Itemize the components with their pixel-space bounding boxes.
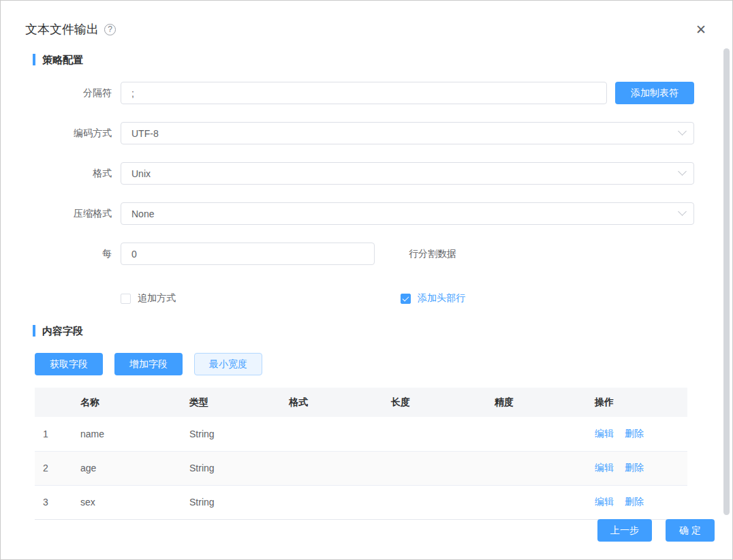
column-length: 长度 — [383, 388, 486, 417]
cell-name: age — [72, 451, 181, 485]
cell-type: String — [181, 485, 281, 519]
section-strategy-title: 策略配置 — [33, 54, 732, 65]
cell-format — [281, 485, 383, 519]
split-prefix-label: 每 — [35, 248, 112, 260]
cell-format — [281, 451, 383, 485]
close-icon[interactable]: ✕ — [696, 23, 706, 36]
min-width-button[interactable]: 最小宽度 — [194, 353, 262, 375]
chevron-down-icon — [678, 127, 687, 136]
cell-precision — [486, 451, 587, 485]
encoding-value: UTF-8 — [131, 128, 159, 139]
cell-name: name — [72, 417, 181, 451]
column-type: 类型 — [181, 388, 281, 417]
chevron-down-icon — [678, 207, 687, 216]
compression-label: 压缩格式 — [35, 208, 112, 220]
table-row: 3 sex String 编辑删除 — [35, 485, 687, 519]
encoding-select[interactable]: UTF-8 — [121, 122, 694, 144]
vertical-scrollbar[interactable] — [723, 48, 730, 515]
delete-link[interactable]: 删除 — [625, 428, 644, 439]
delete-link[interactable]: 删除 — [625, 496, 644, 507]
append-mode-label: 追加方式 — [138, 292, 176, 305]
add-field-button[interactable]: 增加字段 — [114, 353, 183, 375]
get-fields-button[interactable]: 获取字段 — [35, 353, 103, 375]
dialog-title: 文本文件输出 — [25, 21, 99, 37]
column-actions: 操作 — [587, 388, 687, 417]
cell-precision — [486, 417, 587, 451]
cell-name: sex — [72, 485, 181, 519]
cell-length — [383, 417, 486, 451]
cell-precision — [486, 485, 587, 519]
format-label: 格式 — [35, 168, 112, 180]
cell-length — [383, 451, 486, 485]
form-row-separator: 分隔符 添加制表符 — [35, 82, 732, 104]
compression-select[interactable]: None — [121, 202, 694, 225]
cell-type: String — [181, 417, 281, 451]
cell-type: String — [181, 451, 281, 485]
text-file-output-dialog: 文本文件输出 ? ✕ 策略配置 分隔符 添加制表符 编码方式 UTF-8 格式 … — [0, 0, 733, 560]
table-row: 2 age String 编辑删除 — [35, 451, 687, 485]
cell-format — [281, 417, 383, 451]
form-row-compression: 压缩格式 None — [35, 202, 732, 225]
column-precision: 精度 — [486, 388, 587, 417]
add-header-checkbox[interactable] — [401, 294, 411, 304]
split-rows-input[interactable] — [121, 243, 375, 265]
dialog-header: 文本文件输出 ? — [1, 1, 732, 37]
add-header-checkbox-group[interactable]: 添加头部行 — [401, 292, 465, 305]
cell-length — [383, 485, 486, 519]
format-select[interactable]: Unix — [121, 162, 694, 185]
edit-link[interactable]: 编辑 — [595, 496, 614, 507]
form-row-format: 格式 Unix — [35, 162, 732, 185]
form-row-split: 每 行分割数据 — [35, 243, 732, 265]
form-row-encoding: 编码方式 UTF-8 — [35, 122, 732, 144]
dialog-footer: 上一步 确 定 — [597, 519, 715, 542]
row-index: 2 — [35, 451, 72, 485]
chevron-down-icon — [678, 167, 687, 176]
fields-toolbar: 获取字段 增加字段 最小宽度 — [35, 353, 732, 375]
fields-table: 名称 类型 格式 长度 精度 操作 1 name String 编辑删除 2 a… — [35, 388, 687, 520]
confirm-button[interactable]: 确 定 — [666, 519, 715, 542]
separator-input[interactable] — [121, 82, 607, 104]
delete-link[interactable]: 删除 — [625, 462, 644, 473]
table-row: 1 name String 编辑删除 — [35, 417, 687, 451]
help-icon[interactable]: ? — [104, 24, 116, 35]
format-value: Unix — [131, 168, 151, 179]
separator-label: 分隔符 — [35, 87, 112, 99]
append-mode-checkbox[interactable] — [121, 294, 131, 304]
table-header-row: 名称 类型 格式 长度 精度 操作 — [35, 388, 687, 417]
row-index: 1 — [35, 417, 72, 451]
add-tab-button[interactable]: 添加制表符 — [615, 82, 694, 104]
split-suffix-label: 行分割数据 — [409, 248, 456, 260]
column-format: 格式 — [281, 388, 383, 417]
append-mode-checkbox-group[interactable]: 追加方式 — [121, 292, 176, 305]
column-index — [35, 388, 72, 417]
compression-value: None — [131, 208, 154, 219]
edit-link[interactable]: 编辑 — [595, 428, 614, 439]
add-header-label: 添加头部行 — [418, 292, 465, 305]
column-name: 名称 — [72, 388, 181, 417]
checkbox-row: 追加方式 添加头部行 — [121, 292, 732, 305]
previous-step-button[interactable]: 上一步 — [597, 519, 652, 542]
section-fields-title: 内容字段 — [33, 325, 732, 337]
row-index: 3 — [35, 485, 72, 519]
encoding-label: 编码方式 — [35, 127, 112, 140]
edit-link[interactable]: 编辑 — [595, 462, 614, 473]
